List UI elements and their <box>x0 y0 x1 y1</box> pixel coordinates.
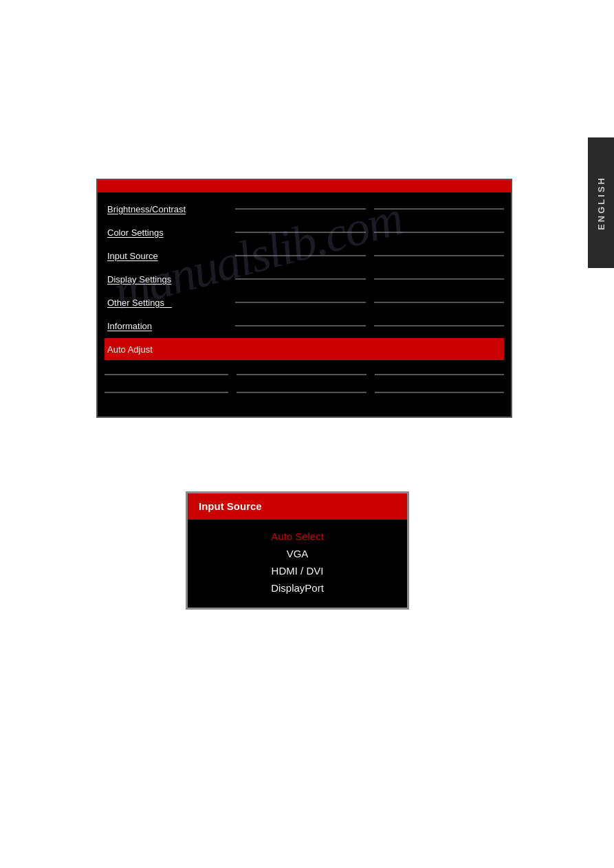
input-source-body: Auto Select VGA HDMI / DVI DisplayPort <box>188 520 407 608</box>
osd-bar-8 <box>374 278 505 280</box>
osd-empty-row-1 <box>105 367 504 382</box>
osd-bar-2 <box>374 208 505 210</box>
osd-empty-bar-1c <box>375 374 505 375</box>
osd-bar-12 <box>374 325 505 326</box>
osd-bar-1 <box>235 208 366 210</box>
osd-bars-color <box>235 232 504 233</box>
osd-bars-information <box>235 325 504 326</box>
osd-bars-display <box>235 278 504 280</box>
osd-bar-5 <box>235 255 366 256</box>
osd-bar-9 <box>235 302 366 303</box>
osd-row-auto-adjust[interactable]: Auto Adjust <box>105 338 504 360</box>
osd-label-display-settings: Display Settings <box>105 274 235 285</box>
osd-row-color-settings[interactable]: Color Settings <box>105 221 504 243</box>
osd-row-brightness-contrast[interactable]: Brightness/Contrast <box>105 198 504 220</box>
osd-bar-10 <box>374 302 505 303</box>
osd-bars-brightness <box>235 208 504 210</box>
osd-bar-7 <box>235 278 366 280</box>
osd-label-input-source: Input Source <box>105 251 235 261</box>
osd-empty-bar-1a <box>105 374 228 375</box>
osd-empty-bar-1b <box>237 374 366 375</box>
osd-spacer-rows <box>105 367 504 400</box>
input-source-submenu: Input Source Auto Select VGA HDMI / DVI … <box>186 491 409 610</box>
osd-bar-4 <box>374 232 505 233</box>
osd-bars-input <box>235 255 504 256</box>
osd-bars-other <box>235 302 504 303</box>
input-source-item-hdmi-dvi[interactable]: HDMI / DVI <box>272 565 324 577</box>
osd-row-display-settings[interactable]: Display Settings <box>105 268 504 290</box>
osd-label-information: Information <box>105 321 235 331</box>
osd-empty-bar-2c <box>375 392 505 393</box>
osd-label-color-settings: Color Settings <box>105 227 235 238</box>
osd-label-brightness-contrast: Brightness/Contrast <box>105 204 235 214</box>
input-source-header: Input Source <box>188 493 407 520</box>
input-source-item-displayport[interactable]: DisplayPort <box>271 582 324 594</box>
osd-bar-3 <box>235 232 366 233</box>
input-source-item-vga[interactable]: VGA <box>287 548 309 559</box>
osd-row-other-settings[interactable]: Other Settings _ <box>105 291 504 313</box>
osd-empty-row-2 <box>105 385 504 400</box>
osd-menu: Brightness/Contrast Color Settings Input… <box>96 179 512 418</box>
osd-label-other-settings: Other Settings _ <box>105 298 235 308</box>
osd-header-bar <box>98 180 511 192</box>
osd-row-input-source[interactable]: Input Source <box>105 245 504 267</box>
osd-bar-6 <box>374 255 505 256</box>
osd-row-information[interactable]: Information <box>105 315 504 337</box>
sidebar-english-label: ENGLISH <box>588 137 614 268</box>
osd-bar-11 <box>235 325 366 326</box>
osd-label-auto-adjust: Auto Adjust <box>105 344 235 355</box>
osd-body: Brightness/Contrast Color Settings Input… <box>98 192 511 416</box>
osd-empty-bar-2a <box>105 392 228 393</box>
input-source-item-auto-select[interactable]: Auto Select <box>271 531 324 542</box>
sidebar-label-text: ENGLISH <box>596 176 606 230</box>
osd-empty-bar-2b <box>237 392 366 393</box>
input-source-title: Input Source <box>199 500 262 512</box>
